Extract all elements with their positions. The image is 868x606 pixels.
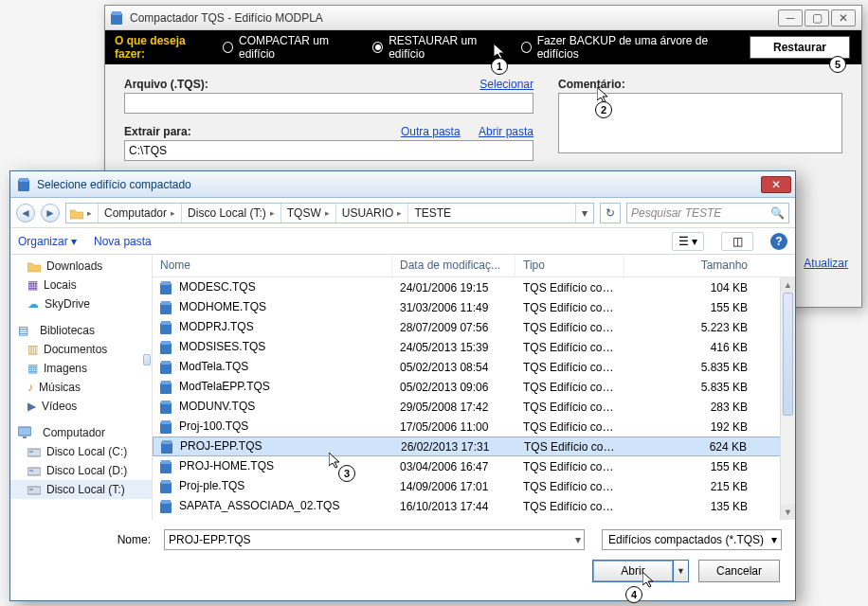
nav-back-button[interactable]: ◄ [16,204,35,223]
outra-pasta-link[interactable]: Outra pasta [401,125,461,138]
file-icon [160,281,173,294]
nav-pane: Downloads ▦Locais ☁SkyDrive ▤Bibliotecas… [10,255,153,520]
titlebar: Compactador TQS - Edifício MODPLA ─ ▢ ✕ [105,6,861,30]
search-placeholder: Pesquisar TESTE [631,206,721,220]
crumb-t[interactable]: Disco Local (T:)▸ [182,204,281,223]
search-icon: 🔍 [770,206,785,220]
organizar-menu[interactable]: Organizar ▾ [18,235,77,248]
callout-5: 5 [829,56,846,73]
nav-locais[interactable]: ▦Locais [10,276,152,294]
nav-imagens[interactable]: ▦Imagens [10,359,152,378]
crumb-teste[interactable]: TESTE [408,204,457,223]
file-row[interactable]: PROJ-EPP.TQS26/02/2013 17:31TQS Edifício… [153,437,795,456]
search-input[interactable]: Pesquisar TESTE 🔍 [626,203,789,223]
cancel-button[interactable]: Cancelar [698,560,780,582]
nav-disco-d[interactable]: Disco Local (D:) [10,461,152,480]
file-icon [160,341,173,354]
file-type-filter[interactable]: Edifícios compactados (*.TQS)▾ [602,529,782,550]
scroll-down-button[interactable]: ▼ [781,505,795,520]
selecionar-link[interactable]: Selecionar [479,78,533,91]
app-icon [111,11,124,25]
radio-restaurar[interactable]: RESTAURAR um edifício [372,34,504,61]
callout-2: 2 [595,101,612,118]
scroll-up-button[interactable]: ▲ [781,277,795,293]
file-icon [160,420,173,434]
nav-bibliotecas[interactable]: ▤Bibliotecas [10,321,152,340]
file-row[interactable]: ModTelaEPP.TQS05/02/2013 09:06TQS Edifíc… [153,377,795,397]
callout-1: 1 [491,58,508,75]
file-icon [161,440,174,454]
radio-backup[interactable]: Fazer BACKUP de uma árvore de edifícios [521,34,732,61]
file-icon [160,480,173,493]
radio-backup-label: Fazer BACKUP de uma árvore de edifícios [537,34,732,61]
callout-4: 4 [625,586,642,603]
minimize-button[interactable]: ─ [778,9,803,27]
extrair-input[interactable] [124,140,533,161]
drive-icon [27,445,41,458]
nav-disco-c[interactable]: Disco Local (C:) [10,442,152,461]
mode-bar: O que deseja fazer: COMPACTAR um edifíci… [105,30,861,64]
open-button[interactable]: Abrir [592,560,674,582]
col-type: Tipo [515,255,624,276]
scroll-thumb[interactable] [783,293,793,416]
cloud-icon: ☁ [27,297,39,311]
folder-icon [27,259,41,273]
nav-forward-button[interactable]: ► [41,204,60,223]
radio-compactar-label: COMPACTAR um edifício [239,34,355,61]
close-button[interactable]: ✕ [831,9,856,27]
file-row[interactable]: MODSISES.TQS24/05/2013 15:39TQS Edifício… [153,337,795,357]
maximize-button[interactable]: ▢ [805,9,829,27]
crumb-tqsw[interactable]: TQSW▸ [281,204,336,223]
file-row[interactable]: MODUNV.TQS29/05/2008 17:42TQS Edifício c… [153,397,795,417]
help-button[interactable]: ? [770,233,787,250]
filename-input[interactable] [164,529,585,550]
file-row[interactable]: ModTela.TQS05/02/2013 08:54TQS Edifício … [153,357,795,377]
nav-documentos[interactable]: ▥Documentos [10,340,152,359]
file-row[interactable]: Proj-ple.TQS14/09/2006 17:01TQS Edifício… [153,476,795,496]
doc-icon: ▥ [27,343,38,356]
mode-prompt: O que deseja fazer: [115,34,209,61]
file-list: Nome Data de modificaç... Tipo Tamanho M… [153,255,795,520]
arquivo-input[interactable] [124,93,533,114]
dialog-close-button[interactable]: ✕ [761,176,791,193]
dialog-icon [18,178,31,191]
crumb-computador[interactable]: Computador▸ [99,204,182,223]
window-title: Compactador TQS - Edifício MODPLA [130,11,776,25]
file-row[interactable]: MODPRJ.TQS28/07/2009 07:56TQS Edifício c… [153,317,795,337]
nova-pasta-button[interactable]: Nova pasta [94,235,152,248]
col-name: Nome [153,255,392,276]
refresh-button[interactable]: ↻ [600,203,621,223]
nav-downloads[interactable]: Downloads [10,257,152,276]
file-icon [160,321,173,334]
abrir-pasta-link[interactable]: Abrir pasta [479,125,533,138]
open-split-button[interactable]: ▼ [674,560,689,582]
crumb-usuario[interactable]: USUARIO▸ [336,204,409,223]
file-row[interactable]: PROJ-HOME.TQS03/04/2006 16:47TQS Edifíci… [153,456,795,476]
file-header[interactable]: Nome Data de modificaç... Tipo Tamanho [153,255,795,277]
view-menu-button[interactable]: ☰ ▾ [672,232,704,251]
file-row[interactable]: SAPATA_ASSOCIADA_02.TQS16/10/2013 17:44T… [153,496,795,516]
atualizar-link[interactable]: Atualizar [804,257,848,270]
nav-musicas[interactable]: ♪Músicas [10,378,152,397]
places-icon: ▦ [27,278,38,292]
col-date: Data de modificaç... [392,255,515,276]
breadcrumb[interactable]: ▸ Computador▸ Disco Local (T:)▸ TQSW▸ US… [65,203,594,223]
preview-pane-button[interactable]: ◫ [721,232,753,251]
nav-skydrive[interactable]: ☁SkyDrive [10,294,152,313]
nav-disco-t[interactable]: Disco Local (T:) [10,480,152,499]
scrollbar[interactable]: ▲ ▼ [780,277,795,520]
radio-restaurar-label: RESTAURAR um edifício [389,34,503,61]
file-row[interactable]: MODESC.TQS24/01/2006 19:15TQS Edifício c… [153,277,795,297]
nav-computador[interactable]: Computador [10,423,152,442]
filename-dropdown-icon[interactable]: ▾ [575,533,581,546]
radio-compactar[interactable]: COMPACTAR um edifício [223,34,355,61]
breadcrumb-dropdown[interactable]: ▾ [575,204,593,223]
video-icon: ▶ [27,400,36,413]
file-row[interactable]: MODHOME.TQS31/03/2006 11:49TQS Edifício … [153,297,795,317]
arquivo-label: Arquivo (.TQS): [124,78,208,91]
file-icon [160,381,173,394]
file-icon [160,301,173,314]
navpane-scroll-handle[interactable] [143,354,151,365]
nav-videos[interactable]: ▶Vídeos [10,397,152,416]
file-row[interactable]: Proj-100.TQS17/05/2006 11:00TQS Edifício… [153,417,795,437]
